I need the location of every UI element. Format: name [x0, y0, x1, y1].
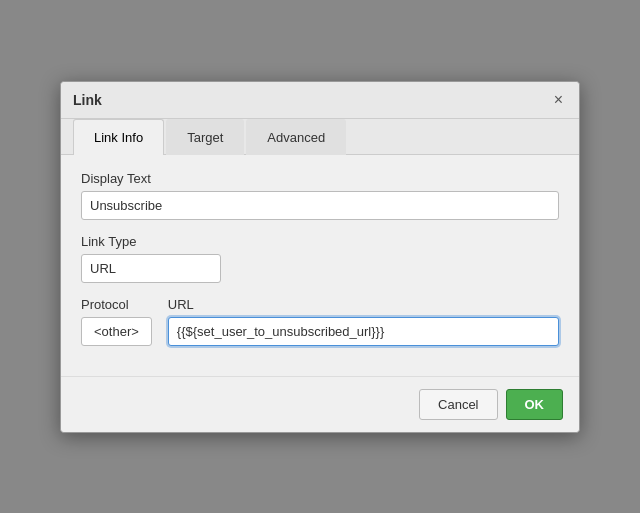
dialog-body: Display Text Link Type Protocol <other> …: [61, 155, 579, 376]
protocol-label: Protocol: [81, 297, 152, 312]
url-label: URL: [168, 297, 559, 312]
link-dialog: Link × Link Info Target Advanced Display…: [60, 81, 580, 433]
display-text-input[interactable]: [81, 191, 559, 220]
display-text-group: Display Text: [81, 171, 559, 220]
url-input[interactable]: [168, 317, 559, 346]
ok-button[interactable]: OK: [506, 389, 564, 420]
url-group: URL: [168, 297, 559, 346]
link-type-label: Link Type: [81, 234, 559, 249]
protocol-button[interactable]: <other>: [81, 317, 152, 346]
tab-advanced[interactable]: Advanced: [246, 119, 346, 155]
dialog-title: Link: [73, 92, 102, 108]
tabs-bar: Link Info Target Advanced: [61, 119, 579, 155]
dialog-header: Link ×: [61, 82, 579, 119]
cancel-button[interactable]: Cancel: [419, 389, 497, 420]
protocol-url-row: Protocol <other> URL: [81, 297, 559, 346]
link-type-input[interactable]: [81, 254, 221, 283]
tab-link-info[interactable]: Link Info: [73, 119, 164, 155]
tab-target[interactable]: Target: [166, 119, 244, 155]
display-text-label: Display Text: [81, 171, 559, 186]
dialog-footer: Cancel OK: [61, 376, 579, 432]
close-button[interactable]: ×: [550, 90, 567, 110]
dialog-overlay: Link × Link Info Target Advanced Display…: [0, 0, 640, 513]
link-type-group: Link Type: [81, 234, 559, 283]
protocol-group: Protocol <other>: [81, 297, 152, 346]
